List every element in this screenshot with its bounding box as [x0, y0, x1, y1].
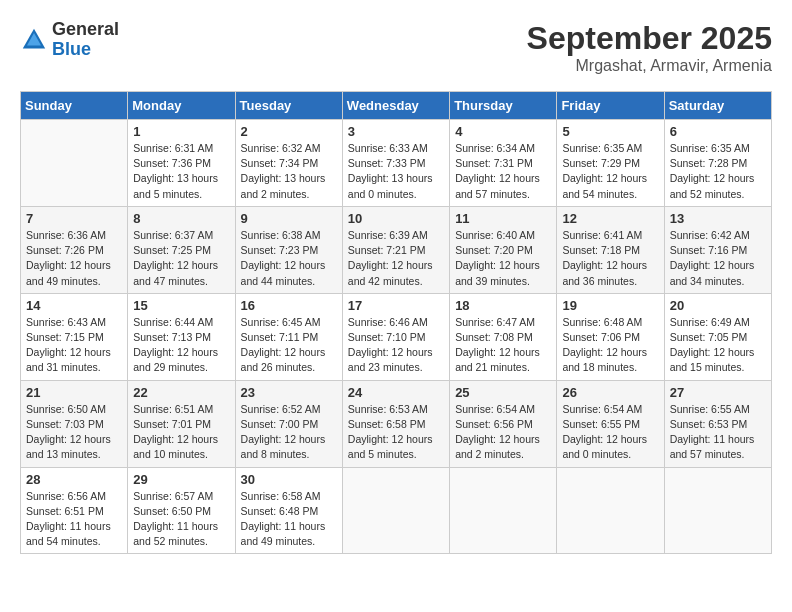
title-block: September 2025 Mrgashat, Armavir, Armeni… [527, 20, 772, 75]
calendar-cell: 27Sunrise: 6:55 AMSunset: 6:53 PMDayligh… [664, 380, 771, 467]
calendar-cell: 23Sunrise: 6:52 AMSunset: 7:00 PMDayligh… [235, 380, 342, 467]
day-number: 20 [670, 298, 766, 313]
day-number: 10 [348, 211, 444, 226]
day-number: 25 [455, 385, 551, 400]
calendar-week-row: 14Sunrise: 6:43 AMSunset: 7:15 PMDayligh… [21, 293, 772, 380]
calendar-cell: 22Sunrise: 6:51 AMSunset: 7:01 PMDayligh… [128, 380, 235, 467]
calendar-cell [664, 467, 771, 554]
day-number: 4 [455, 124, 551, 139]
day-number: 1 [133, 124, 229, 139]
day-number: 26 [562, 385, 658, 400]
day-info: Sunrise: 6:51 AMSunset: 7:01 PMDaylight:… [133, 402, 229, 463]
calendar-cell: 14Sunrise: 6:43 AMSunset: 7:15 PMDayligh… [21, 293, 128, 380]
calendar-cell: 21Sunrise: 6:50 AMSunset: 7:03 PMDayligh… [21, 380, 128, 467]
col-thursday: Thursday [450, 92, 557, 120]
day-info: Sunrise: 6:49 AMSunset: 7:05 PMDaylight:… [670, 315, 766, 376]
day-info: Sunrise: 6:44 AMSunset: 7:13 PMDaylight:… [133, 315, 229, 376]
day-number: 17 [348, 298, 444, 313]
day-number: 8 [133, 211, 229, 226]
month-title: September 2025 [527, 20, 772, 57]
calendar-cell: 30Sunrise: 6:58 AMSunset: 6:48 PMDayligh… [235, 467, 342, 554]
day-info: Sunrise: 6:37 AMSunset: 7:25 PMDaylight:… [133, 228, 229, 289]
calendar-week-row: 21Sunrise: 6:50 AMSunset: 7:03 PMDayligh… [21, 380, 772, 467]
day-info: Sunrise: 6:46 AMSunset: 7:10 PMDaylight:… [348, 315, 444, 376]
day-number: 7 [26, 211, 122, 226]
day-number: 22 [133, 385, 229, 400]
day-number: 9 [241, 211, 337, 226]
calendar-table: Sunday Monday Tuesday Wednesday Thursday… [20, 91, 772, 554]
day-number: 5 [562, 124, 658, 139]
logo-icon [20, 26, 48, 54]
day-info: Sunrise: 6:55 AMSunset: 6:53 PMDaylight:… [670, 402, 766, 463]
day-info: Sunrise: 6:40 AMSunset: 7:20 PMDaylight:… [455, 228, 551, 289]
location-text: Mrgashat, Armavir, Armenia [527, 57, 772, 75]
calendar-body: 1Sunrise: 6:31 AMSunset: 7:36 PMDaylight… [21, 120, 772, 554]
calendar-cell [342, 467, 449, 554]
calendar-cell: 6Sunrise: 6:35 AMSunset: 7:28 PMDaylight… [664, 120, 771, 207]
day-number: 19 [562, 298, 658, 313]
day-number: 14 [26, 298, 122, 313]
day-info: Sunrise: 6:53 AMSunset: 6:58 PMDaylight:… [348, 402, 444, 463]
day-info: Sunrise: 6:31 AMSunset: 7:36 PMDaylight:… [133, 141, 229, 202]
day-info: Sunrise: 6:43 AMSunset: 7:15 PMDaylight:… [26, 315, 122, 376]
day-info: Sunrise: 6:32 AMSunset: 7:34 PMDaylight:… [241, 141, 337, 202]
calendar-cell: 19Sunrise: 6:48 AMSunset: 7:06 PMDayligh… [557, 293, 664, 380]
day-number: 28 [26, 472, 122, 487]
day-number: 30 [241, 472, 337, 487]
calendar-cell: 16Sunrise: 6:45 AMSunset: 7:11 PMDayligh… [235, 293, 342, 380]
day-number: 21 [26, 385, 122, 400]
col-saturday: Saturday [664, 92, 771, 120]
calendar-cell: 8Sunrise: 6:37 AMSunset: 7:25 PMDaylight… [128, 206, 235, 293]
col-monday: Monday [128, 92, 235, 120]
calendar-cell: 18Sunrise: 6:47 AMSunset: 7:08 PMDayligh… [450, 293, 557, 380]
calendar-cell: 7Sunrise: 6:36 AMSunset: 7:26 PMDaylight… [21, 206, 128, 293]
day-number: 27 [670, 385, 766, 400]
day-number: 6 [670, 124, 766, 139]
calendar-week-row: 1Sunrise: 6:31 AMSunset: 7:36 PMDaylight… [21, 120, 772, 207]
col-sunday: Sunday [21, 92, 128, 120]
calendar-week-row: 7Sunrise: 6:36 AMSunset: 7:26 PMDaylight… [21, 206, 772, 293]
day-number: 15 [133, 298, 229, 313]
calendar-cell: 9Sunrise: 6:38 AMSunset: 7:23 PMDaylight… [235, 206, 342, 293]
day-number: 16 [241, 298, 337, 313]
day-number: 11 [455, 211, 551, 226]
col-wednesday: Wednesday [342, 92, 449, 120]
calendar-cell [21, 120, 128, 207]
day-info: Sunrise: 6:48 AMSunset: 7:06 PMDaylight:… [562, 315, 658, 376]
calendar-header: Sunday Monday Tuesday Wednesday Thursday… [21, 92, 772, 120]
calendar-cell: 13Sunrise: 6:42 AMSunset: 7:16 PMDayligh… [664, 206, 771, 293]
logo: General Blue [20, 20, 119, 60]
page-header: General Blue September 2025 Mrgashat, Ar… [20, 20, 772, 75]
day-number: 23 [241, 385, 337, 400]
day-number: 18 [455, 298, 551, 313]
calendar-cell: 29Sunrise: 6:57 AMSunset: 6:50 PMDayligh… [128, 467, 235, 554]
logo-blue-text: Blue [52, 40, 119, 60]
day-number: 13 [670, 211, 766, 226]
day-info: Sunrise: 6:35 AMSunset: 7:29 PMDaylight:… [562, 141, 658, 202]
calendar-cell: 4Sunrise: 6:34 AMSunset: 7:31 PMDaylight… [450, 120, 557, 207]
calendar-cell: 2Sunrise: 6:32 AMSunset: 7:34 PMDaylight… [235, 120, 342, 207]
day-info: Sunrise: 6:41 AMSunset: 7:18 PMDaylight:… [562, 228, 658, 289]
day-info: Sunrise: 6:54 AMSunset: 6:56 PMDaylight:… [455, 402, 551, 463]
day-info: Sunrise: 6:54 AMSunset: 6:55 PMDaylight:… [562, 402, 658, 463]
calendar-cell [557, 467, 664, 554]
calendar-cell: 28Sunrise: 6:56 AMSunset: 6:51 PMDayligh… [21, 467, 128, 554]
day-info: Sunrise: 6:56 AMSunset: 6:51 PMDaylight:… [26, 489, 122, 550]
calendar-week-row: 28Sunrise: 6:56 AMSunset: 6:51 PMDayligh… [21, 467, 772, 554]
day-info: Sunrise: 6:35 AMSunset: 7:28 PMDaylight:… [670, 141, 766, 202]
day-number: 24 [348, 385, 444, 400]
calendar-cell: 3Sunrise: 6:33 AMSunset: 7:33 PMDaylight… [342, 120, 449, 207]
day-info: Sunrise: 6:38 AMSunset: 7:23 PMDaylight:… [241, 228, 337, 289]
calendar-cell: 10Sunrise: 6:39 AMSunset: 7:21 PMDayligh… [342, 206, 449, 293]
logo-general-text: General [52, 20, 119, 40]
header-row: Sunday Monday Tuesday Wednesday Thursday… [21, 92, 772, 120]
calendar-cell: 24Sunrise: 6:53 AMSunset: 6:58 PMDayligh… [342, 380, 449, 467]
day-info: Sunrise: 6:33 AMSunset: 7:33 PMDaylight:… [348, 141, 444, 202]
day-info: Sunrise: 6:45 AMSunset: 7:11 PMDaylight:… [241, 315, 337, 376]
day-number: 3 [348, 124, 444, 139]
day-info: Sunrise: 6:58 AMSunset: 6:48 PMDaylight:… [241, 489, 337, 550]
calendar-cell: 25Sunrise: 6:54 AMSunset: 6:56 PMDayligh… [450, 380, 557, 467]
day-number: 12 [562, 211, 658, 226]
calendar-cell: 1Sunrise: 6:31 AMSunset: 7:36 PMDaylight… [128, 120, 235, 207]
calendar-cell: 26Sunrise: 6:54 AMSunset: 6:55 PMDayligh… [557, 380, 664, 467]
